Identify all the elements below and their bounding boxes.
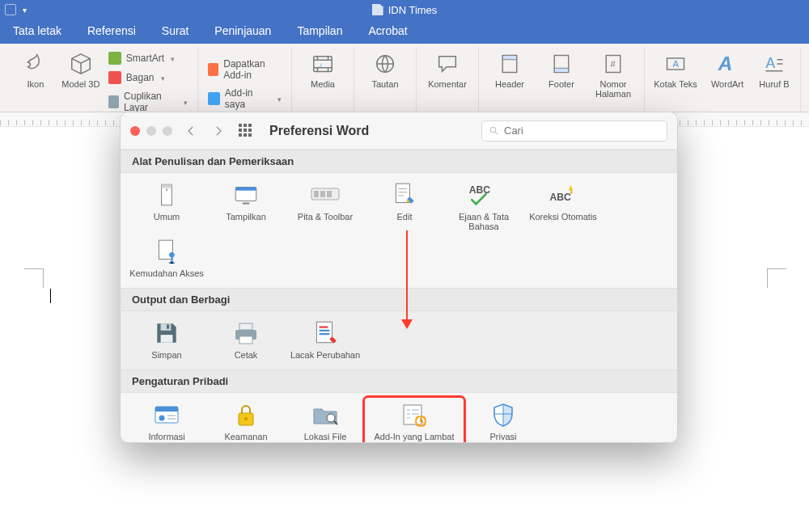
- pref-general[interactable]: Umum: [129, 179, 205, 233]
- tab-tata-letak[interactable]: Tata letak: [13, 24, 61, 37]
- media-button[interactable]: ♪ Media: [299, 49, 347, 89]
- svg-text:#: #: [611, 59, 616, 69]
- dialog-title: Preferensi Word: [269, 124, 369, 138]
- svg-text:♪: ♪: [319, 61, 322, 69]
- pref-track-changes[interactable]: Lacak Perubahan: [287, 318, 363, 361]
- wordart-button[interactable]: A WordArt: [703, 49, 752, 89]
- user-info-icon: [150, 401, 183, 429]
- tab-tampilan[interactable]: Tampilan: [297, 24, 342, 37]
- tab-surat[interactable]: Surat: [162, 24, 188, 37]
- svg-text:A: A: [673, 59, 680, 69]
- textbox-button[interactable]: A Kotak Teks: [651, 49, 700, 89]
- text-cursor: [50, 289, 51, 303]
- svg-rect-42: [404, 405, 421, 424]
- section-output: Simpan Cetak Lacak Perubahan: [121, 311, 677, 369]
- icons-icon: [23, 52, 48, 76]
- komentar-label: Komentar: [428, 79, 467, 89]
- app-titlebar: ▾ IDN Times: [0, 0, 809, 19]
- section-output-heading: Output dan Berbagi: [121, 288, 677, 311]
- wordart-icon: A: [715, 52, 739, 76]
- my-addin-button[interactable]: Add-in saya: [205, 86, 285, 112]
- section-authoring: Umum Tampilkan Pita & Toolbar Edit: [121, 173, 677, 288]
- wordart-label: WordArt: [711, 79, 743, 89]
- addin-manage-icon: [398, 401, 430, 429]
- cube-icon: [69, 52, 93, 76]
- comment-icon: [435, 52, 460, 76]
- pref-user-info[interactable]: Informasi Pengguna: [129, 399, 205, 443]
- svg-text:ABC: ABC: [469, 184, 491, 196]
- svg-rect-18: [235, 187, 256, 190]
- pref-file-locations[interactable]: Lokasi File: [287, 399, 363, 443]
- media-label: Media: [311, 79, 335, 89]
- tab-referensi[interactable]: Referensi: [87, 24, 136, 37]
- zoom-button[interactable]: [163, 126, 172, 136]
- pref-edit[interactable]: Edit: [366, 179, 443, 233]
- search-field[interactable]: [481, 120, 667, 141]
- chart-icon: [108, 71, 121, 84]
- group-headerfooter: Header Footer # Nomor Halaman: [479, 47, 645, 112]
- smartart-icon: [108, 52, 121, 65]
- section-authoring-heading: Alat Penulisan dan Pemeriksaan: [121, 150, 677, 173]
- section-personal-heading: Pengaturan Pribadi: [121, 369, 677, 393]
- forward-button[interactable]: [210, 122, 227, 140]
- film-icon: ♪: [311, 52, 335, 76]
- close-button[interactable]: [130, 126, 140, 136]
- lock-icon: [230, 401, 262, 429]
- group-comments: Komentar: [417, 47, 479, 112]
- icons-button[interactable]: Ikon: [15, 49, 57, 89]
- group-text: A Kotak Teks A WordArt A Huruf B: [645, 47, 801, 112]
- page-margin-corner: [24, 268, 44, 288]
- qat-item[interactable]: [5, 4, 16, 15]
- svg-rect-4: [502, 56, 517, 60]
- footer-button[interactable]: Footer: [537, 49, 586, 89]
- screenshot-button[interactable]: Cuplikan Layar: [105, 89, 191, 112]
- dropcap-button[interactable]: A Huruf B: [755, 49, 794, 89]
- footer-icon: [549, 52, 574, 76]
- dropcap-label: Huruf B: [759, 79, 789, 89]
- pref-save[interactable]: Simpan: [129, 318, 205, 361]
- show-all-button[interactable]: [237, 122, 255, 140]
- dropcap-icon: A: [762, 52, 786, 76]
- spelling-icon: ABC: [468, 181, 500, 209]
- smartart-button[interactable]: SmartArt: [105, 50, 191, 66]
- pref-autocorrect[interactable]: ABC Koreksi Otomatis: [525, 179, 601, 233]
- pref-view[interactable]: Tampilkan: [208, 179, 284, 233]
- svg-point-16: [166, 189, 167, 191]
- search-input[interactable]: [504, 125, 660, 137]
- header-button[interactable]: Header: [485, 49, 534, 89]
- pref-print[interactable]: Cetak: [208, 318, 284, 361]
- pref-accessibility[interactable]: Kemudahan Akses: [129, 236, 205, 280]
- textbox-icon: A: [663, 52, 688, 76]
- bagan-button[interactable]: Bagan: [105, 70, 191, 86]
- page-margin-corner: [767, 268, 786, 288]
- dialog-titlebar: Preferensi Word: [121, 112, 677, 150]
- folder-search-icon: [309, 401, 341, 429]
- pref-slow-disabled-addins[interactable]: Add-In yang Lambat dan Nonaktif: [366, 399, 462, 443]
- qat-caret-icon[interactable]: ▾: [23, 6, 27, 15]
- footer-label: Footer: [549, 79, 574, 89]
- grid-icon: [239, 124, 253, 138]
- pref-ribbon-toolbar[interactable]: Pita & Toolbar: [287, 179, 363, 233]
- get-addin-button[interactable]: Dapatkan Add-in: [205, 57, 285, 82]
- svg-rect-15: [162, 184, 172, 188]
- camera-icon: [108, 95, 119, 108]
- minimize-button[interactable]: [146, 126, 156, 136]
- pref-privacy[interactable]: Privasi: [465, 399, 541, 443]
- document-icon: [372, 4, 383, 15]
- svg-point-40: [244, 417, 248, 420]
- tab-peninjauan[interactable]: Peninjauan: [214, 24, 271, 37]
- svg-rect-31: [167, 324, 169, 328]
- header-label: Header: [495, 79, 524, 89]
- tautan-button[interactable]: Tautan: [361, 49, 409, 89]
- pref-security[interactable]: Keamanan: [208, 399, 284, 443]
- edit-icon: [388, 181, 421, 209]
- page-number-button[interactable]: # Nomor Halaman: [589, 49, 637, 99]
- ribbon: Ikon Model 3D SmartArt Bagan Cuplikan La…: [0, 44, 809, 112]
- svg-rect-37: [155, 407, 178, 412]
- tab-acrobat[interactable]: Acrobat: [368, 24, 407, 37]
- general-icon: [150, 181, 183, 209]
- back-button[interactable]: [182, 122, 200, 140]
- model3d-button[interactable]: Model 3D: [60, 49, 102, 89]
- pref-spelling[interactable]: ABC Ejaan & Tata Bahasa: [446, 179, 522, 233]
- komentar-button[interactable]: Komentar: [423, 49, 472, 89]
